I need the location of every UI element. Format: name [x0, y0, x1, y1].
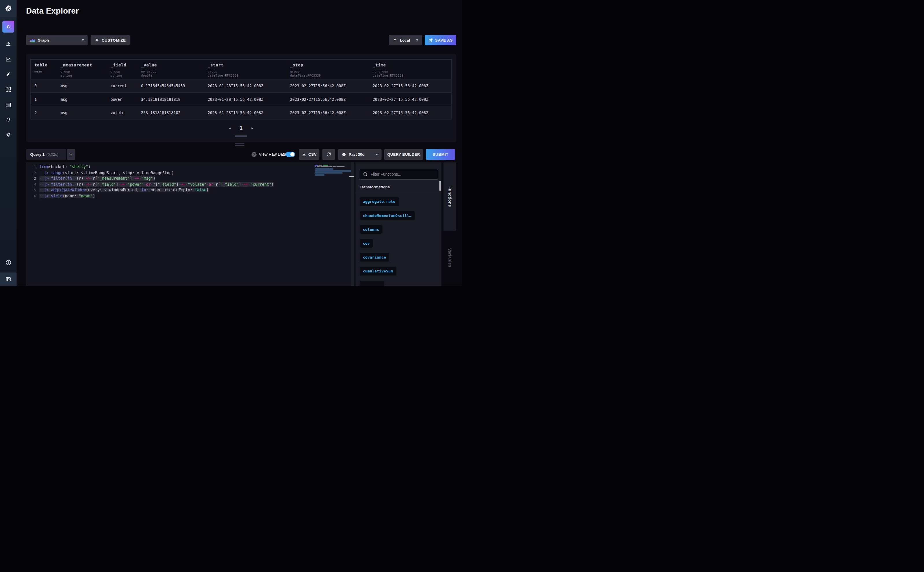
cube-logo-icon: [4, 4, 12, 12]
editor-resize-handle[interactable]: [349, 176, 354, 177]
table-cell: 2023-02-27T15:56:42.008Z: [369, 84, 451, 88]
code-line-5: 5··|>·aggregateWindow(every:·v.windowPer…: [26, 187, 314, 193]
table-cell: volate: [107, 110, 137, 115]
query-tab[interactable]: Query 1 (0.02s): [26, 149, 66, 160]
download-icon: [301, 152, 306, 157]
refresh-icon: [326, 152, 331, 157]
toggle-knob: [290, 152, 294, 156]
code-area[interactable]: 1from(bucket: "shelly")2 |> range(start:…: [26, 164, 314, 199]
table-row: 1msgpower34.181818181818182023-01-28T15:…: [31, 92, 451, 106]
function-pill-cumulativeSum[interactable]: cumulativeSum: [360, 267, 397, 276]
editor-minimap: [315, 165, 352, 200]
save-as-button[interactable]: SAVE AS: [425, 35, 456, 45]
view-raw-data-toggle[interactable]: [285, 152, 295, 157]
function-pill-columns[interactable]: columns: [360, 225, 383, 234]
flux-code-editor[interactable]: 1from(bucket: "shelly")2 |> range(start:…: [26, 162, 354, 286]
sidebar-item-help[interactable]: ?: [0, 256, 17, 268]
avatar[interactable]: C: [2, 21, 14, 33]
sidebar-item-upload[interactable]: [0, 38, 17, 50]
sidebar-item-settings[interactable]: [0, 129, 17, 141]
table-cell: msg: [57, 97, 107, 101]
filter-functions-placeholder: Filter Functions...: [371, 172, 401, 177]
page-number[interactable]: 1: [240, 125, 243, 131]
dashboard-grid-icon: [5, 86, 12, 93]
table-cell: power: [107, 97, 137, 101]
tab-variables[interactable]: Variables: [443, 248, 456, 267]
area-chart-icon: [30, 38, 35, 42]
local-dropdown[interactable]: Local: [389, 35, 422, 45]
query-duration: (0.02s): [46, 152, 58, 157]
refresh-button[interactable]: [322, 149, 335, 160]
code-line-3: 3··|>·filter(fn:·(r)·=>·r["_measurement"…: [26, 176, 314, 182]
table-body: 0msgcurrent0.171545454545454532023-01-28…: [31, 79, 451, 119]
sidebar-item-tasks[interactable]: [0, 99, 17, 110]
raw-data-panel: tablemean_measurementgroupstring_fieldgr…: [26, 54, 456, 142]
table-cell: msg: [57, 84, 107, 88]
function-pill-aggregate.rate[interactable]: aggregate.rate: [360, 197, 399, 206]
table-cell: 2023-02-27T15:56:42.008Z: [286, 110, 369, 115]
line-chart-icon: [5, 56, 12, 63]
customize-button[interactable]: CUSTOMIZE: [91, 35, 130, 45]
visualization-type-label: Graph: [37, 38, 49, 42]
line-number: 5: [26, 187, 39, 193]
transformations-section-header: Transformations: [360, 185, 390, 189]
table-row: 2msgvolate253.18181818181822023-01-28T15…: [31, 106, 451, 119]
table-cell: 2: [31, 110, 57, 115]
line-number: 3: [26, 176, 39, 182]
functions-tab-label: Functions: [448, 187, 452, 207]
visualization-type-dropdown[interactable]: Graph: [26, 35, 87, 45]
pencil-icon: [5, 71, 12, 78]
raw-data-table: tablemean_measurementgroupstring_fieldgr…: [31, 59, 452, 119]
sidebar-item-notebooks[interactable]: [0, 68, 17, 80]
clock-icon: [342, 152, 346, 157]
csv-label: CSV: [308, 152, 317, 157]
table-cell: 253.1818181818182: [137, 110, 204, 115]
table-cell: 2023-02-27T15:56:42.008Z: [286, 97, 369, 101]
function-pill-covariance[interactable]: covariance: [360, 253, 389, 262]
data-explorer-app: C: [0, 0, 462, 286]
calendar-icon: [5, 102, 12, 108]
tab-functions[interactable]: Functions: [443, 162, 456, 231]
table-cell: 2023-01-28T15:56:42.008Z: [204, 97, 286, 101]
search-icon: [363, 172, 368, 177]
column-header-_value: _valueno groupdouble: [137, 59, 204, 79]
save-as-label: SAVE AS: [435, 38, 453, 42]
prev-page-button[interactable]: ◂: [229, 126, 231, 130]
chevron-down-icon: [82, 39, 84, 41]
functions-scrollbar-thumb[interactable]: [439, 180, 441, 191]
function-pill-cov[interactable]: cov: [360, 239, 373, 247]
variables-tab-label: Variables: [448, 248, 452, 267]
table-cell: 2023-01-28T15:56:42.008Z: [204, 84, 286, 88]
submit-button[interactable]: SUBMIT: [426, 149, 455, 160]
time-range-dropdown[interactable]: Past 30d: [338, 149, 382, 160]
function-pill-partial[interactable]: [360, 281, 384, 286]
column-header-_field: _fieldgroupstring: [107, 59, 137, 79]
sidebar-item-dashboards[interactable]: [0, 84, 17, 95]
next-page-button[interactable]: ▸: [251, 126, 254, 130]
chevron-down-icon: [416, 39, 418, 41]
add-query-button[interactable]: +: [67, 149, 75, 160]
gear-icon: [95, 37, 100, 42]
query-builder-button[interactable]: QUERY BUILDER: [384, 149, 423, 160]
sidebar-item-explore[interactable]: [0, 53, 17, 65]
table-cell: 0: [31, 84, 57, 88]
section-divider: [355, 193, 441, 193]
sidebar-item-alerts[interactable]: [0, 114, 17, 126]
table-cell: current: [107, 84, 137, 88]
page-indicator-underline: [235, 135, 247, 137]
export-icon: [428, 38, 433, 42]
sidebar-expand-section[interactable]: [0, 272, 17, 286]
customize-label: CUSTOMIZE: [102, 38, 126, 42]
code-line-2: 2 |> range(start: v.timeRangeStart, stop…: [26, 170, 314, 176]
table-cell: 34.18181818181818: [137, 97, 204, 101]
column-header-_measurement: _measurementgroupstring: [57, 59, 107, 79]
line-number: 1: [26, 164, 39, 170]
function-pill-chandeMomentumOscill[interactable]: chandeMomentumOscill…: [360, 211, 415, 220]
csv-download-button[interactable]: CSV: [299, 149, 320, 160]
filter-functions-input[interactable]: Filter Functions...: [359, 169, 438, 180]
editor-scrollbar-track[interactable]: [352, 162, 354, 286]
column-header-_start: _startgroupdateTime:RFC3339: [204, 59, 286, 79]
panel-resize-handle[interactable]: [235, 143, 244, 146]
influxdb-logo[interactable]: [0, 0, 17, 17]
raw-data-help-icon[interactable]: ?: [251, 152, 256, 157]
